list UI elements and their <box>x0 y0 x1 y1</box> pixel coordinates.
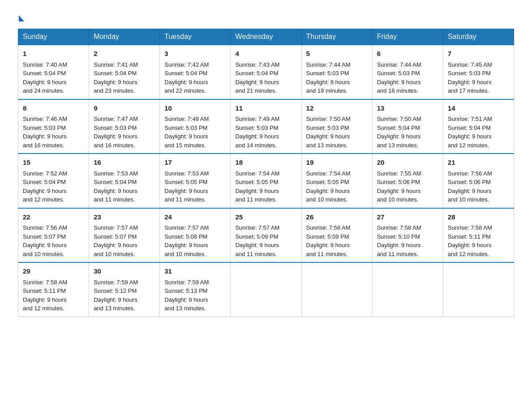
day-number: 6 <box>377 49 438 59</box>
header-day-saturday: Saturday <box>443 29 514 45</box>
calendar-cell: 29Sunrise: 7:58 AMSunset: 5:11 PMDayligh… <box>18 262 89 317</box>
day-info: Sunrise: 7:54 AMSunset: 5:05 PMDaylight:… <box>306 169 368 204</box>
calendar-week-4: 22Sunrise: 7:56 AMSunset: 5:07 PMDayligh… <box>18 208 514 263</box>
day-number: 29 <box>23 266 84 277</box>
calendar-cell: 9Sunrise: 7:47 AMSunset: 5:03 PMDaylight… <box>89 99 160 154</box>
day-number: 24 <box>164 212 226 223</box>
day-info: Sunrise: 7:51 AMSunset: 5:04 PMDaylight:… <box>448 115 509 150</box>
day-info: Sunrise: 7:57 AMSunset: 5:09 PMDaylight:… <box>235 223 296 258</box>
day-info: Sunrise: 7:49 AMSunset: 5:03 PMDaylight:… <box>235 115 296 150</box>
header-day-thursday: Thursday <box>301 29 372 45</box>
day-number: 28 <box>448 212 509 223</box>
day-number: 1 <box>23 49 84 59</box>
day-number: 18 <box>235 158 296 168</box>
day-info: Sunrise: 7:57 AMSunset: 5:07 PMDaylight:… <box>94 223 155 258</box>
page-header <box>18 13 514 20</box>
header-day-monday: Monday <box>89 29 160 45</box>
day-info: Sunrise: 7:59 AMSunset: 5:12 PMDaylight:… <box>94 278 155 313</box>
day-number: 2 <box>94 49 155 59</box>
day-info: Sunrise: 7:53 AMSunset: 5:05 PMDaylight:… <box>164 169 226 204</box>
day-number: 13 <box>377 103 438 114</box>
calendar-cell: 12Sunrise: 7:50 AMSunset: 5:03 PMDayligh… <box>301 99 372 154</box>
calendar-cell: 4Sunrise: 7:43 AMSunset: 5:04 PMDaylight… <box>231 45 301 99</box>
calendar-week-3: 15Sunrise: 7:52 AMSunset: 5:04 PMDayligh… <box>18 154 514 208</box>
day-number: 10 <box>164 103 226 114</box>
day-info: Sunrise: 7:55 AMSunset: 5:06 PMDaylight:… <box>377 169 438 204</box>
calendar-cell: 19Sunrise: 7:54 AMSunset: 5:05 PMDayligh… <box>301 154 372 208</box>
header-day-wednesday: Wednesday <box>231 29 301 45</box>
calendar-header: SundayMondayTuesdayWednesdayThursdayFrid… <box>18 29 514 45</box>
calendar-week-5: 29Sunrise: 7:58 AMSunset: 5:11 PMDayligh… <box>18 262 514 317</box>
day-number: 23 <box>94 212 155 223</box>
day-number: 22 <box>23 212 84 223</box>
calendar-cell: 14Sunrise: 7:51 AMSunset: 5:04 PMDayligh… <box>443 99 514 154</box>
day-number: 3 <box>164 49 226 59</box>
header-day-friday: Friday <box>372 29 443 45</box>
calendar-cell: 1Sunrise: 7:40 AMSunset: 5:04 PMDaylight… <box>18 45 89 99</box>
calendar-week-1: 1Sunrise: 7:40 AMSunset: 5:04 PMDaylight… <box>18 45 514 99</box>
day-number: 20 <box>377 158 438 168</box>
day-info: Sunrise: 7:56 AMSunset: 5:06 PMDaylight:… <box>448 169 509 204</box>
calendar-body: 1Sunrise: 7:40 AMSunset: 5:04 PMDaylight… <box>18 45 514 317</box>
calendar-cell: 21Sunrise: 7:56 AMSunset: 5:06 PMDayligh… <box>443 154 514 208</box>
day-number: 17 <box>164 158 226 168</box>
day-number: 16 <box>94 158 155 168</box>
day-info: Sunrise: 7:50 AMSunset: 5:03 PMDaylight:… <box>306 115 368 150</box>
day-number: 4 <box>235 49 296 59</box>
calendar-cell <box>443 262 514 317</box>
calendar-cell: 22Sunrise: 7:56 AMSunset: 5:07 PMDayligh… <box>18 208 89 263</box>
day-info: Sunrise: 7:43 AMSunset: 5:04 PMDaylight:… <box>235 60 296 95</box>
calendar-cell: 8Sunrise: 7:46 AMSunset: 5:03 PMDaylight… <box>18 99 89 154</box>
calendar-cell: 2Sunrise: 7:41 AMSunset: 5:04 PMDaylight… <box>89 45 160 99</box>
calendar-cell <box>372 262 443 317</box>
day-info: Sunrise: 7:40 AMSunset: 5:04 PMDaylight:… <box>23 60 84 95</box>
day-number: 30 <box>94 266 155 277</box>
day-info: Sunrise: 7:58 AMSunset: 5:09 PMDaylight:… <box>306 223 368 258</box>
calendar-cell: 25Sunrise: 7:57 AMSunset: 5:09 PMDayligh… <box>231 208 301 263</box>
calendar-cell: 15Sunrise: 7:52 AMSunset: 5:04 PMDayligh… <box>18 154 89 208</box>
calendar-cell: 24Sunrise: 7:57 AMSunset: 5:08 PMDayligh… <box>160 208 231 263</box>
calendar-cell: 13Sunrise: 7:50 AMSunset: 5:04 PMDayligh… <box>372 99 443 154</box>
calendar-table: SundayMondayTuesdayWednesdayThursdayFrid… <box>18 29 514 317</box>
day-number: 7 <box>448 49 509 59</box>
day-info: Sunrise: 7:56 AMSunset: 5:07 PMDaylight:… <box>23 223 84 258</box>
calendar-cell: 20Sunrise: 7:55 AMSunset: 5:06 PMDayligh… <box>372 154 443 208</box>
day-number: 26 <box>306 212 368 223</box>
day-number: 9 <box>94 103 155 114</box>
calendar-cell <box>231 262 301 317</box>
day-info: Sunrise: 7:54 AMSunset: 5:05 PMDaylight:… <box>235 169 296 204</box>
calendar-cell: 16Sunrise: 7:53 AMSunset: 5:04 PMDayligh… <box>89 154 160 208</box>
header-day-sunday: Sunday <box>18 29 89 45</box>
calendar-cell: 30Sunrise: 7:59 AMSunset: 5:12 PMDayligh… <box>89 262 160 317</box>
calendar-cell: 5Sunrise: 7:44 AMSunset: 5:03 PMDaylight… <box>301 45 372 99</box>
calendar-cell: 28Sunrise: 7:58 AMSunset: 5:11 PMDayligh… <box>443 208 514 263</box>
day-number: 25 <box>235 212 296 223</box>
calendar-cell: 11Sunrise: 7:49 AMSunset: 5:03 PMDayligh… <box>231 99 301 154</box>
day-info: Sunrise: 7:58 AMSunset: 5:11 PMDaylight:… <box>23 278 84 313</box>
calendar-cell: 7Sunrise: 7:45 AMSunset: 5:03 PMDaylight… <box>443 45 514 99</box>
calendar-cell: 17Sunrise: 7:53 AMSunset: 5:05 PMDayligh… <box>160 154 231 208</box>
day-info: Sunrise: 7:58 AMSunset: 5:11 PMDaylight:… <box>448 223 509 258</box>
calendar-cell: 10Sunrise: 7:48 AMSunset: 5:03 PMDayligh… <box>160 99 231 154</box>
day-info: Sunrise: 7:53 AMSunset: 5:04 PMDaylight:… <box>94 169 155 204</box>
day-number: 5 <box>306 49 368 59</box>
calendar-cell: 18Sunrise: 7:54 AMSunset: 5:05 PMDayligh… <box>231 154 301 208</box>
calendar-cell: 6Sunrise: 7:44 AMSunset: 5:03 PMDaylight… <box>372 45 443 99</box>
day-number: 14 <box>448 103 509 114</box>
day-info: Sunrise: 7:44 AMSunset: 5:03 PMDaylight:… <box>306 60 368 95</box>
day-info: Sunrise: 7:46 AMSunset: 5:03 PMDaylight:… <box>23 115 84 150</box>
calendar-cell: 27Sunrise: 7:58 AMSunset: 5:10 PMDayligh… <box>372 208 443 263</box>
day-info: Sunrise: 7:59 AMSunset: 5:13 PMDaylight:… <box>164 278 226 313</box>
day-number: 15 <box>23 158 84 168</box>
calendar-cell: 26Sunrise: 7:58 AMSunset: 5:09 PMDayligh… <box>301 208 372 263</box>
calendar-cell: 23Sunrise: 7:57 AMSunset: 5:07 PMDayligh… <box>89 208 160 263</box>
day-number: 19 <box>306 158 368 168</box>
logo-triangle-icon <box>19 15 24 21</box>
day-info: Sunrise: 7:47 AMSunset: 5:03 PMDaylight:… <box>94 115 155 150</box>
day-info: Sunrise: 7:44 AMSunset: 5:03 PMDaylight:… <box>377 60 438 95</box>
day-number: 12 <box>306 103 368 114</box>
header-day-tuesday: Tuesday <box>160 29 231 45</box>
logo <box>18 13 24 20</box>
calendar-week-2: 8Sunrise: 7:46 AMSunset: 5:03 PMDaylight… <box>18 99 514 154</box>
day-info: Sunrise: 7:50 AMSunset: 5:04 PMDaylight:… <box>377 115 438 150</box>
